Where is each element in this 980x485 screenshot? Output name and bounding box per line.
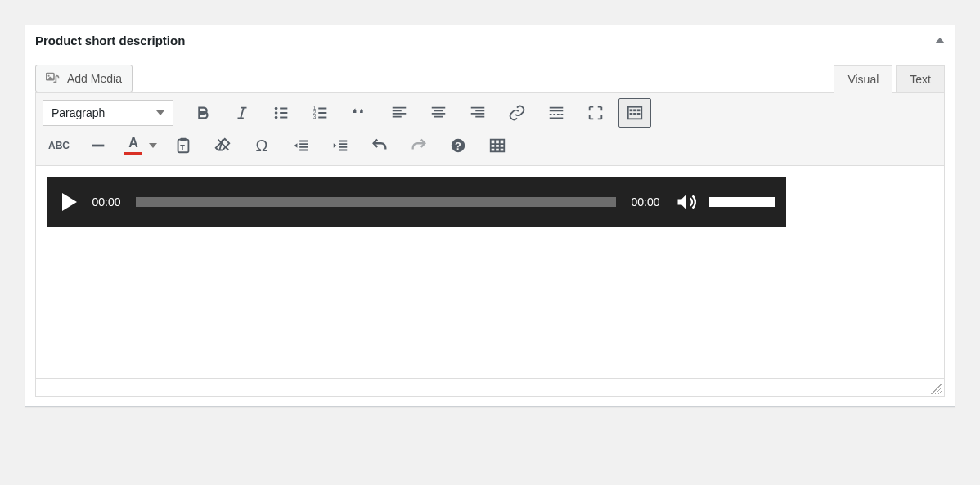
panel-header[interactable]: Product short description <box>25 25 955 56</box>
outdent-button[interactable] <box>285 131 317 160</box>
product-short-description-panel: Product short description Add Media Visu… <box>25 25 955 407</box>
help-button[interactable]: ? <box>442 131 474 160</box>
media-icon <box>46 72 62 85</box>
svg-rect-21 <box>491 140 505 152</box>
align-center-button[interactable] <box>422 98 455 128</box>
clear-formatting-button[interactable] <box>206 131 239 160</box>
bulleted-list-button[interactable] <box>265 98 298 128</box>
redo-button[interactable] <box>402 131 435 160</box>
panel-title: Product short description <box>35 34 185 47</box>
volume-icon <box>675 191 698 213</box>
align-left-button[interactable] <box>383 98 416 128</box>
align-right-button[interactable] <box>461 98 494 128</box>
svg-point-3 <box>275 107 278 110</box>
svg-rect-11 <box>633 109 636 111</box>
horizontal-rule-button[interactable] <box>82 131 115 160</box>
editor-status-bar <box>35 379 945 397</box>
undo-button[interactable] <box>363 131 396 160</box>
indent-button[interactable] <box>324 131 357 160</box>
table-button[interactable] <box>481 131 514 160</box>
audio-player: 00:00 00:00 <box>47 177 786 227</box>
collapse-toggle-icon[interactable] <box>935 38 945 43</box>
svg-text:3: 3 <box>313 114 317 119</box>
svg-rect-12 <box>637 109 641 111</box>
play-button[interactable] <box>62 193 77 211</box>
tab-text[interactable]: Text <box>896 65 945 93</box>
toolbar-toggle-button[interactable] <box>618 98 651 128</box>
text-color-letter: A <box>128 136 138 150</box>
tab-visual[interactable]: Visual <box>834 65 892 93</box>
volume-button[interactable] <box>675 191 698 213</box>
chevron-down-icon <box>156 110 164 115</box>
paste-as-text-button[interactable]: T <box>167 131 200 160</box>
add-media-label: Add Media <box>67 72 122 85</box>
insert-more-button[interactable] <box>540 98 573 128</box>
numbered-list-button[interactable]: 123 <box>304 98 337 128</box>
editor-toolbar: Paragraph 123 ABC <box>35 92 945 166</box>
svg-text:?: ? <box>455 140 461 152</box>
svg-rect-17 <box>180 138 186 141</box>
text-color-button[interactable]: A <box>121 131 160 160</box>
svg-point-1 <box>48 75 50 77</box>
text-color-main[interactable]: A <box>121 131 146 160</box>
fullscreen-button[interactable] <box>579 98 612 128</box>
italic-button[interactable] <box>226 98 258 128</box>
text-color-swatch <box>124 152 142 155</box>
format-select-value: Paragraph <box>52 106 105 119</box>
svg-text:T: T <box>180 143 185 151</box>
panel-body: Add Media Visual Text Paragraph <box>25 56 955 406</box>
editor-content-area[interactable]: 00:00 00:00 <box>35 166 945 379</box>
svg-point-4 <box>275 111 278 115</box>
resize-handle[interactable] <box>931 383 942 394</box>
insert-link-button[interactable] <box>501 98 533 128</box>
strikethrough-button[interactable]: ABC <box>43 131 75 160</box>
audio-current-time: 00:00 <box>88 195 124 209</box>
bold-button[interactable] <box>187 98 219 128</box>
text-color-dropdown[interactable] <box>146 131 160 160</box>
svg-rect-14 <box>633 113 636 115</box>
editor-tabs: Visual Text <box>830 65 945 93</box>
svg-rect-13 <box>630 113 633 115</box>
chevron-down-icon <box>149 143 157 148</box>
special-character-button[interactable]: Ω <box>245 131 278 160</box>
svg-point-2 <box>53 82 56 84</box>
add-media-button[interactable]: Add Media <box>35 65 133 92</box>
volume-slider[interactable] <box>709 197 775 207</box>
svg-rect-15 <box>637 113 641 115</box>
audio-duration: 00:00 <box>627 195 663 209</box>
blockquote-button[interactable] <box>344 98 376 128</box>
format-select[interactable]: Paragraph <box>43 100 173 126</box>
svg-rect-10 <box>630 109 633 111</box>
svg-point-5 <box>275 116 278 119</box>
audio-progress-track[interactable] <box>136 197 616 207</box>
